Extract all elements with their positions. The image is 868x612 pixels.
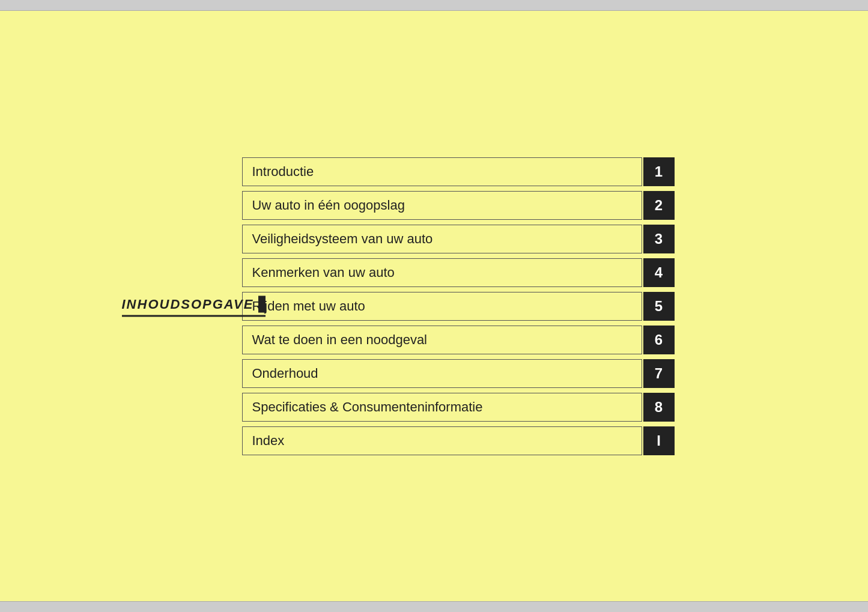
main-content: INHOUDSOPGAVE Introductie1Uw auto in één…	[0, 11, 868, 601]
toc-label: Uw auto in één oogopslag	[242, 191, 642, 220]
toc-label: Onderhoud	[242, 359, 642, 388]
toc-row[interactable]: Rijden met uw auto5	[242, 292, 675, 321]
toc-number: 3	[643, 225, 675, 253]
toc-label: Wat te doen in een noodgeval	[242, 326, 642, 354]
toc-row[interactable]: Specificaties & Consumenteninformatie8	[242, 393, 675, 422]
toc-row[interactable]: Onderhoud7	[242, 359, 675, 388]
toc-number: 4	[643, 258, 675, 287]
bottom-bar	[0, 601, 868, 612]
center-wrapper: INHOUDSOPGAVE Introductie1Uw auto in één…	[74, 157, 795, 455]
toc-row[interactable]: Wat te doen in een noodgeval6	[242, 326, 675, 354]
toc-number: 1	[643, 157, 675, 186]
toc-number: 5	[643, 292, 675, 321]
toc-label: Rijden met uw auto	[242, 292, 642, 321]
toc-label: Specificaties & Consumenteninformatie	[242, 393, 642, 422]
toc-title-block	[258, 295, 266, 312]
toc-row[interactable]: Kenmerken van uw auto4	[242, 258, 675, 287]
toc-title: INHOUDSOPGAVE	[122, 295, 266, 317]
toc-row[interactable]: Uw auto in één oogopslag2	[242, 191, 675, 220]
top-bar	[0, 0, 868, 11]
toc-label: Index	[242, 426, 642, 455]
toc-list: Introductie1Uw auto in één oogopslag2Vei…	[242, 157, 675, 455]
toc-row[interactable]: Veiligheidsysteem van uw auto3	[242, 225, 675, 253]
toc-number: 8	[643, 393, 675, 422]
toc-label: Kenmerken van uw auto	[242, 258, 642, 287]
toc-number: 2	[643, 191, 675, 220]
toc-number: I	[643, 426, 675, 455]
toc-sidebar: INHOUDSOPGAVE	[122, 295, 266, 317]
toc-label: Veiligheidsysteem van uw auto	[242, 225, 642, 253]
toc-number: 7	[643, 359, 675, 388]
toc-row[interactable]: Introductie1	[242, 157, 675, 186]
toc-label: Introductie	[242, 157, 642, 186]
toc-number: 6	[643, 326, 675, 354]
toc-title-text: INHOUDSOPGAVE	[122, 296, 254, 312]
toc-row[interactable]: IndexI	[242, 426, 675, 455]
